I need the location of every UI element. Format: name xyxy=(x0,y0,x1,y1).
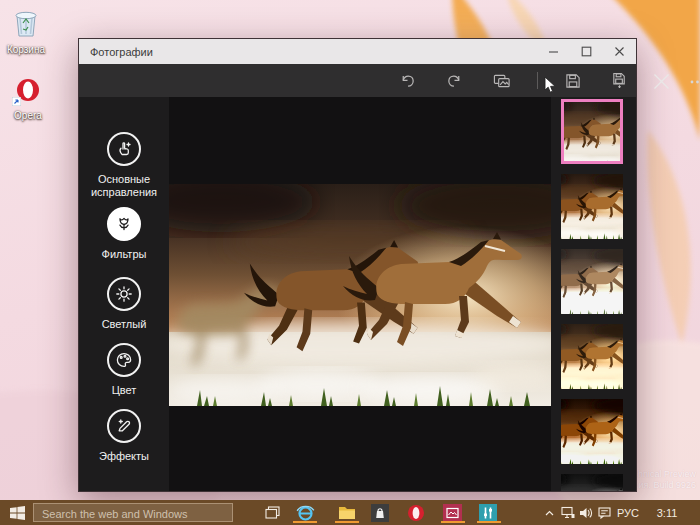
sidebar-item-basic-fixes[interactable]: Основные исправления xyxy=(79,132,169,199)
sidebar-item-color[interactable]: Цвет xyxy=(79,343,169,397)
internet-explorer-icon xyxy=(296,504,315,522)
search-input[interactable] xyxy=(34,506,232,523)
edited-photo-horses xyxy=(169,184,551,406)
running-indicator xyxy=(441,521,465,523)
cancel-edit-button[interactable] xyxy=(651,71,671,91)
maximize-icon xyxy=(581,46,592,57)
redo-button[interactable] xyxy=(444,71,464,91)
photo-canvas xyxy=(169,97,551,491)
titlebar[interactable]: Фотографии xyxy=(79,39,636,64)
close-icon xyxy=(614,46,625,57)
compare-button[interactable] xyxy=(492,71,512,91)
compare-icon xyxy=(493,73,511,89)
filter-thumbnail-2[interactable] xyxy=(561,174,623,239)
filter-thumbnail-5[interactable] xyxy=(561,399,623,464)
redo-icon xyxy=(446,73,463,90)
sidebar-item-light[interactable]: Светлый xyxy=(79,277,169,331)
photos-app-icon xyxy=(443,504,462,522)
close-button[interactable] xyxy=(603,39,636,64)
network-icon xyxy=(561,506,575,519)
filter-thumbnail-original[interactable] xyxy=(561,99,623,164)
filter-thumbnail-4[interactable] xyxy=(561,324,623,389)
recycle-bin-icon xyxy=(13,8,39,42)
filters-icon xyxy=(107,207,141,241)
photos-app-window: Фотографии xyxy=(78,38,637,492)
sidebar-item-label: Эффекты xyxy=(82,450,166,463)
filter-thumbnail-6[interactable] xyxy=(561,474,623,491)
maximize-button[interactable] xyxy=(570,39,603,64)
volume-icon xyxy=(579,507,593,519)
filter-filmstrip xyxy=(551,97,636,491)
color-icon xyxy=(107,343,141,377)
shortcut-arrow-icon xyxy=(12,97,21,106)
running-indicator xyxy=(477,521,501,523)
start-button[interactable] xyxy=(6,504,28,521)
editor-content: Основные исправления Фильтры xyxy=(79,97,636,491)
tray-language[interactable]: РУС xyxy=(614,500,642,525)
opera-taskbar-icon xyxy=(407,504,425,522)
basic-fixes-icon xyxy=(107,132,141,166)
taskbar-settings-app[interactable] xyxy=(474,502,502,523)
window-title: Фотографии xyxy=(79,46,537,58)
chevron-up-icon xyxy=(545,510,554,516)
filter-thumbnail-3[interactable] xyxy=(561,249,623,314)
save-button[interactable] xyxy=(563,71,583,91)
minimize-button[interactable] xyxy=(537,39,570,64)
more-icon xyxy=(689,73,700,90)
settings-app-icon xyxy=(479,504,497,522)
taskbar: РУС 3:11 xyxy=(0,500,700,525)
sidebar-item-label: Основные исправления xyxy=(82,173,166,199)
edit-toolbar xyxy=(79,64,636,97)
tray-volume[interactable] xyxy=(577,500,594,525)
sidebar-item-label: Фильтры xyxy=(82,248,166,261)
effects-icon xyxy=(107,409,141,443)
task-view-button[interactable] xyxy=(258,502,286,523)
edit-sidebar: Основные исправления Фильтры xyxy=(79,97,169,491)
windows-logo-icon xyxy=(10,506,25,520)
sidebar-item-filters[interactable]: Фильтры xyxy=(79,207,169,261)
undo-icon xyxy=(399,73,416,90)
save-as-button[interactable] xyxy=(609,71,629,91)
taskbar-photos-app[interactable] xyxy=(438,502,466,523)
sidebar-item-label: Светлый xyxy=(82,318,166,331)
tray-clock[interactable]: 3:11 xyxy=(652,500,682,525)
taskbar-opera[interactable] xyxy=(402,502,430,523)
desktop-icon-label: Opera xyxy=(0,110,56,121)
light-icon xyxy=(107,277,141,311)
more-options-button[interactable] xyxy=(687,71,700,91)
tray-action-center[interactable] xyxy=(595,500,613,525)
store-icon xyxy=(371,504,389,522)
taskbar-internet-explorer[interactable] xyxy=(291,502,319,523)
desktop-icon-label: Корзина xyxy=(0,44,54,55)
running-indicator xyxy=(335,521,359,523)
save-icon xyxy=(565,73,581,89)
save-as-icon xyxy=(611,72,628,90)
tray-show-hidden-icons[interactable] xyxy=(541,500,557,525)
running-indicator xyxy=(293,521,317,523)
task-view-icon xyxy=(265,506,280,519)
minimize-icon xyxy=(548,46,559,57)
desktop-icon-recycle-bin[interactable]: Корзина xyxy=(0,8,54,55)
opera-icon xyxy=(14,76,42,108)
file-explorer-icon xyxy=(338,505,356,520)
taskbar-store[interactable] xyxy=(366,502,394,523)
sidebar-item-effects[interactable]: Эффекты xyxy=(79,409,169,463)
desktop-icon-opera[interactable]: Opera xyxy=(0,76,56,121)
cancel-icon xyxy=(652,72,671,91)
taskbar-search[interactable] xyxy=(33,503,233,522)
toolbar-separator xyxy=(537,72,538,89)
undo-button[interactable] xyxy=(397,71,417,91)
action-center-icon xyxy=(598,507,611,519)
sidebar-item-label: Цвет xyxy=(82,384,166,397)
tray-network[interactable] xyxy=(559,500,577,525)
taskbar-file-explorer[interactable] xyxy=(333,502,361,523)
